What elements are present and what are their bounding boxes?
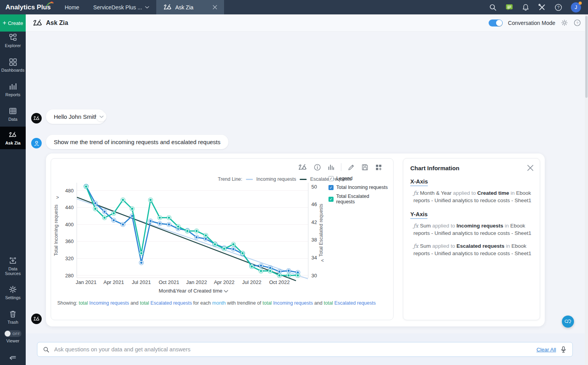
search-icon [43, 346, 49, 353]
feedback-icon[interactable] [505, 4, 513, 11]
data-point[interactable] [111, 211, 116, 216]
data-point[interactable] [240, 251, 245, 256]
data-point[interactable] [166, 215, 171, 220]
help-icon[interactable] [554, 4, 562, 11]
left-axis-expand-chevron[interactable]: > [56, 195, 59, 200]
data-point[interactable] [203, 233, 208, 238]
scrollbar-thumb[interactable] [585, 16, 588, 98]
sidebar-item-settings[interactable]: Settings [0, 285, 26, 300]
sidebar-item-dashboards[interactable]: Dashboards [0, 58, 26, 72]
left-axis-title[interactable]: Total Incoming requests [53, 205, 59, 256]
data-point[interactable] [231, 242, 236, 247]
data-point[interactable] [268, 268, 273, 273]
data-point[interactable] [231, 247, 236, 252]
left-axis-tick: 480 [65, 188, 74, 194]
data-point[interactable] [102, 215, 107, 220]
zia-icon [33, 316, 40, 321]
clear-all-link[interactable]: Clear All [537, 347, 556, 353]
chart-information-panel: Chart Information X-Axis ƒxMonth & Year … [403, 158, 540, 320]
sidebar-item-explorer[interactable]: Explorer [0, 33, 26, 48]
data-point[interactable] [194, 235, 199, 240]
chevron-down-icon [145, 6, 149, 9]
left-axis-tick: 440 [65, 205, 74, 210]
data-point[interactable] [194, 229, 199, 234]
data-point[interactable] [258, 268, 263, 273]
data-point[interactable] [258, 263, 263, 268]
data-point[interactable] [130, 206, 135, 212]
right-axis-expand-chevron[interactable]: < [321, 258, 324, 263]
data-point[interactable] [176, 224, 181, 229]
data-point[interactable] [277, 273, 282, 278]
series-line-incoming[interactable] [86, 186, 298, 272]
create-button[interactable]: + Create [0, 14, 26, 32]
conversation-history-button[interactable] [562, 316, 574, 328]
data-point[interactable] [286, 273, 291, 278]
data-point[interactable] [249, 264, 254, 269]
message-expand-chevron[interactable] [96, 111, 106, 122]
zia-icon [33, 19, 43, 27]
sidebar-item-data-sources[interactable]: Data Sources [0, 256, 26, 276]
viewer-toggle[interactable]: OFF [4, 330, 21, 337]
sidebar-item-data[interactable]: Data [0, 107, 26, 122]
settings-gear-icon[interactable] [561, 19, 568, 26]
fx-icon: ƒx [413, 190, 418, 196]
right-axis-tick: 46 [311, 201, 317, 207]
data-point[interactable] [295, 273, 300, 278]
left-axis-tick: 360 [65, 238, 74, 244]
tab-home[interactable]: Home [58, 0, 86, 14]
data-point[interactable] [148, 197, 153, 203]
search-icon[interactable] [489, 4, 497, 11]
close-panel-icon[interactable] [527, 165, 533, 171]
x-axis-tick: Apr 2021 [103, 279, 124, 285]
data-point[interactable] [185, 229, 190, 234]
sidebar-item-ask-zia[interactable]: Ask Zia [0, 127, 26, 149]
data-point[interactable] [157, 215, 162, 220]
x-axis-heading[interactable]: X-Axis [410, 178, 428, 186]
data-point[interactable] [286, 268, 291, 273]
sidebar-collapse-button[interactable] [0, 354, 26, 362]
x-axis-dropdown-chevron[interactable] [224, 290, 228, 292]
top-navigation-bar: Analytics Plus Home ServiceDesk Plus ...… [0, 0, 588, 14]
data-point[interactable] [139, 260, 144, 265]
y-axis-heading[interactable]: Y-Axis [410, 211, 427, 219]
data-point[interactable] [148, 219, 153, 224]
sidebar-item-trash[interactable]: Trash [0, 310, 26, 324]
admin-tools-icon[interactable] [538, 4, 546, 11]
dashboards-icon [9, 58, 17, 66]
data-point[interactable] [166, 222, 171, 227]
help-icon[interactable] [574, 19, 581, 26]
microphone-icon[interactable] [560, 346, 567, 353]
user-avatar[interactable]: J [571, 2, 581, 12]
data-point[interactable] [120, 197, 125, 203]
close-tab-icon[interactable] [213, 5, 217, 9]
zia-icon [163, 4, 172, 11]
trend-line-chart[interactable]: 480440400360320280504642383430Jan 2021Ap… [51, 159, 394, 298]
data-point[interactable] [212, 242, 217, 247]
right-axis-title[interactable]: Total Escalated requests [318, 204, 324, 257]
reports-icon [9, 82, 17, 91]
page-scrollbar[interactable] [585, 14, 588, 365]
series-line-escalated[interactable] [86, 187, 298, 275]
data-point[interactable] [157, 221, 162, 226]
data-point[interactable] [222, 246, 227, 251]
conversation-mode-toggle[interactable] [489, 19, 503, 26]
y-axis-formula-1: ƒxSum applied to Incoming requests in Eb… [413, 222, 533, 237]
data-point[interactable] [120, 222, 125, 227]
x-axis-tick: Jan 2021 [76, 279, 97, 285]
notifications-bell-icon[interactable] [522, 4, 530, 11]
app-logo[interactable]: Analytics Plus [0, 0, 58, 14]
x-axis-title[interactable]: Month&Year of Created time [159, 288, 222, 294]
tab-servicedesk-plus[interactable]: ServiceDesk Plus ... [86, 0, 156, 14]
chevron-down-icon [99, 115, 104, 118]
data-point[interactable] [111, 218, 116, 223]
zia-icon [9, 130, 17, 139]
trendline-escalated[interactable] [77, 197, 296, 280]
tab-ask-zia[interactable]: Ask Zia [156, 0, 224, 14]
data-point[interactable] [84, 184, 89, 189]
sidebar-item-reports[interactable]: Reports [0, 82, 26, 97]
data-point[interactable] [139, 251, 144, 256]
ask-question-input[interactable] [53, 346, 533, 353]
fx-icon: ƒx [413, 222, 418, 229]
data-point[interactable] [93, 206, 98, 212]
data-point[interactable] [102, 209, 107, 214]
